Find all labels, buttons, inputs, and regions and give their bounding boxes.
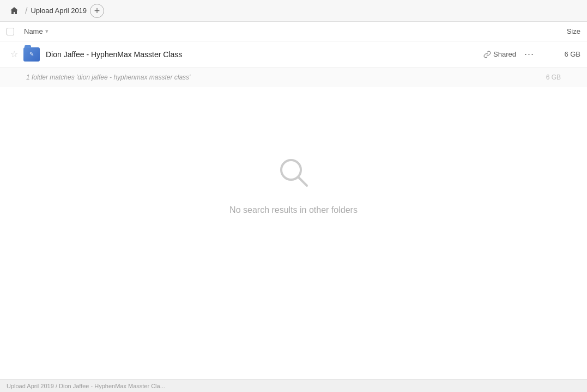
no-results-text: No search results in other folders [229, 205, 358, 215]
file-name: Dion Jaffee - HyphenMax Masster Class [41, 50, 483, 59]
star-button[interactable]: ☆ [7, 49, 22, 59]
shared-badge: Shared [483, 50, 516, 58]
svg-line-1 [298, 177, 307, 186]
home-button[interactable] [7, 3, 22, 19]
size-column-header: Size [537, 27, 580, 35]
status-bar: Upload April 2019 / Dion Jaffee - Hyphen… [0, 379, 587, 392]
pencil-icon: ✎ [29, 51, 34, 57]
breadcrumb-title: Upload April 2019 [31, 7, 87, 15]
folder-icon: ✎ [22, 47, 41, 62]
select-all-checkbox[interactable] [7, 28, 14, 35]
search-empty-icon [276, 155, 311, 197]
add-button[interactable]: + [90, 4, 104, 18]
link-icon [483, 51, 491, 58]
breadcrumb-separator: / [25, 6, 27, 16]
no-results-area: No search results in other folders [0, 87, 587, 283]
shared-label: Shared [493, 50, 516, 58]
breadcrumb-bar: / Upload April 2019 + [0, 0, 587, 22]
search-match-text: 1 folder matches 'dion jaffee - hyphenma… [26, 74, 546, 81]
file-size: 6 GB [537, 50, 580, 58]
search-info-row: 1 folder matches 'dion jaffee - hyphenma… [0, 68, 587, 87]
column-header-row: Name ▾ Size [0, 22, 587, 41]
search-icon [276, 155, 311, 190]
name-column-header[interactable]: Name ▾ [24, 27, 537, 35]
select-all-checkbox-col [7, 28, 24, 35]
status-text: Upload April 2019 / Dion Jaffee - Hyphen… [7, 383, 165, 389]
search-match-size: 6 GB [546, 74, 561, 81]
folder-icon-box: ✎ [23, 47, 40, 62]
file-row[interactable]: ☆ ✎ Dion Jaffee - HyphenMax Masster Clas… [0, 41, 587, 68]
more-options-button[interactable]: ··· [522, 47, 537, 62]
file-actions: Shared ··· [483, 47, 537, 62]
